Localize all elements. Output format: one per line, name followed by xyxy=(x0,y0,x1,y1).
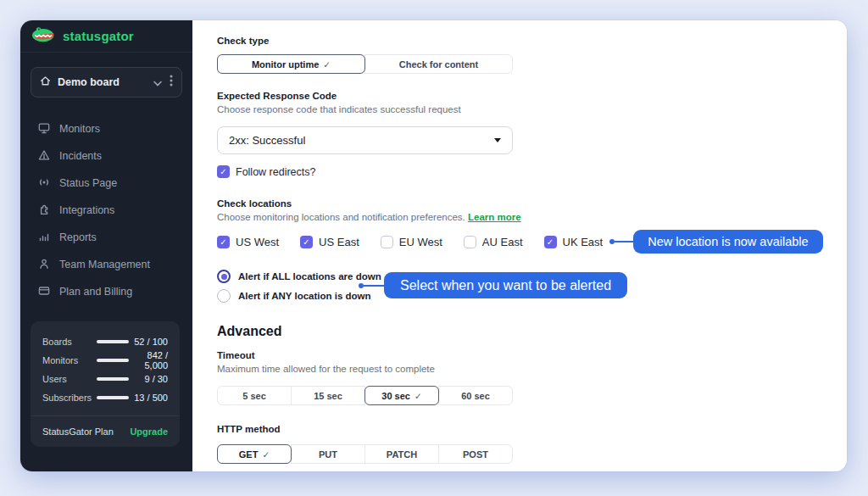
home-icon xyxy=(40,75,51,90)
button-label: Check for content xyxy=(399,59,479,70)
usage-progress-bar xyxy=(97,377,129,381)
location-uk-east: ✓ UK East xyxy=(544,236,604,248)
location-label: US West xyxy=(236,236,279,248)
usage-progress-bar xyxy=(97,396,129,399)
expected-response-code-description: Choose response code that indicates succ… xyxy=(217,104,847,114)
alert-any-radio[interactable] xyxy=(217,289,231,303)
advanced-section-title: Advanced xyxy=(217,324,847,339)
warning-triangle-icon xyxy=(38,149,50,164)
monitor-uptime-button[interactable]: Monitor uptime ✓ xyxy=(217,54,365,74)
usage-row-boards: Boards 52 / 100 xyxy=(42,332,168,351)
usage-value: 9 / 30 xyxy=(129,374,168,384)
check-for-content-button[interactable]: Check for content xyxy=(364,54,513,74)
learn-more-link[interactable]: Learn more xyxy=(468,212,521,222)
sidebar-item-label: Integrations xyxy=(59,204,114,216)
usage-panel: Boards 52 / 100 Monitors 842 / 5,000 Use… xyxy=(31,321,180,447)
eu-west-checkbox[interactable] xyxy=(381,236,393,248)
alert-mode-tooltip: Select when you want to be alerted xyxy=(384,272,627,298)
alert-mode-callout: Select when you want to be alerted xyxy=(359,272,627,298)
button-label: 60 sec xyxy=(461,391,490,401)
us-west-checkbox[interactable]: ✓ xyxy=(217,236,230,248)
http-post-button[interactable]: POST xyxy=(438,444,513,464)
callout-line xyxy=(364,285,384,287)
check-type-label: Check type xyxy=(217,36,847,46)
location-label: EU West xyxy=(399,236,442,248)
alert-mode-group: Alert if ALL locations are down Alert if… xyxy=(217,270,641,303)
locations-row: ✓ US West ✓ US East EU West AU East ✓ UK… xyxy=(217,230,847,254)
button-label: GET xyxy=(239,449,259,460)
check-icon: ✓ xyxy=(220,237,226,247)
timeout-60sec-button[interactable]: 60 sec xyxy=(438,386,513,405)
timeout-description: Maximum time allowed for the request to … xyxy=(217,364,847,374)
location-label: US East xyxy=(319,236,359,248)
usage-value: 13 / 500 xyxy=(129,393,168,403)
board-selector-label: Demo board xyxy=(58,76,147,88)
http-patch-button[interactable]: PATCH xyxy=(364,444,439,464)
callout-line xyxy=(615,241,633,242)
kebab-menu-icon[interactable] xyxy=(170,75,173,90)
caret-down-icon xyxy=(494,138,501,142)
upgrade-link[interactable]: Upgrade xyxy=(114,426,168,437)
timeout-15sec-button[interactable]: 15 sec xyxy=(291,386,365,405)
monitor-icon xyxy=(38,122,50,137)
broadcast-icon xyxy=(38,176,50,191)
us-east-checkbox[interactable]: ✓ xyxy=(300,236,313,248)
statusgator-gator-icon xyxy=(31,26,56,47)
sidebar-item-reports[interactable]: Reports xyxy=(20,224,192,251)
location-au-east: AU East xyxy=(464,236,523,248)
follow-redirects-checkbox[interactable]: ✓ xyxy=(217,165,230,178)
sidebar-item-integrations[interactable]: Integrations xyxy=(20,197,192,224)
usage-value: 52 / 100 xyxy=(129,337,168,347)
timeout-30sec-button[interactable]: 30 sec ✓ xyxy=(364,386,439,405)
timeout-label: Timeout xyxy=(217,350,847,360)
bar-chart-icon xyxy=(38,231,50,245)
settings-panel: Check type Monitor uptime ✓ Check for co… xyxy=(192,20,847,471)
check-icon: ✓ xyxy=(303,237,309,247)
chevron-down-icon[interactable] xyxy=(153,75,162,90)
person-icon xyxy=(38,258,50,272)
sidebar-item-label: Monitors xyxy=(59,123,100,135)
uk-east-checkbox[interactable]: ✓ xyxy=(544,236,557,248)
sidebar-item-status-page[interactable]: Status Page xyxy=(20,170,192,197)
check-icon: ✓ xyxy=(547,237,554,247)
expected-response-code-label: Expected Response Code xyxy=(217,91,847,101)
timeout-5sec-button[interactable]: 5 sec xyxy=(217,386,292,405)
sidebar-nav: Monitors Incidents Status Page xyxy=(20,115,192,305)
http-get-button[interactable]: GET ✓ xyxy=(217,444,292,464)
sidebar-item-label: Reports xyxy=(59,231,97,243)
usage-progress-bar xyxy=(97,340,129,343)
timeout-group: 5 sec 15 sec 30 sec ✓ 60 sec xyxy=(217,386,513,405)
response-code-select[interactable]: 2xx: Successful xyxy=(217,126,513,154)
usage-label: Boards xyxy=(42,337,97,347)
button-label: 5 sec xyxy=(242,391,266,401)
button-label: POST xyxy=(463,449,488,460)
alert-all-radio[interactable] xyxy=(217,270,231,283)
location-us-east: ✓ US East xyxy=(300,236,359,248)
brand-name: statusgator xyxy=(63,29,134,43)
au-east-checkbox[interactable] xyxy=(464,236,476,248)
sidebar-item-plan-and-billing[interactable]: Plan and Billing xyxy=(20,278,192,305)
http-put-button[interactable]: PUT xyxy=(291,444,365,464)
radio-label: Alert if ANY location is down xyxy=(238,291,371,301)
location-eu-west: EU West xyxy=(381,236,442,248)
sidebar-item-monitors[interactable]: Monitors xyxy=(20,115,192,142)
board-selector[interactable]: Demo board xyxy=(31,67,182,98)
sidebar-item-team-management[interactable]: Team Management xyxy=(20,251,192,278)
button-label: 30 sec xyxy=(381,391,410,401)
usage-row-monitors: Monitors 842 / 5,000 xyxy=(42,351,168,370)
sidebar-item-label: Status Page xyxy=(59,177,117,189)
button-label: PATCH xyxy=(387,449,417,460)
http-method-group: GET ✓ PUT PATCH POST xyxy=(217,444,513,464)
location-us-west: ✓ US West xyxy=(217,236,279,248)
check-locations-description: Choose monitoring locations and notifica… xyxy=(217,212,847,222)
credit-card-icon xyxy=(38,285,50,299)
location-label: UK East xyxy=(563,236,604,248)
follow-redirects-row: ✓ Follow redirects? xyxy=(217,165,847,178)
usage-label: Subscribers xyxy=(42,393,97,403)
follow-redirects-label: Follow redirects? xyxy=(236,166,315,178)
app-window: statusgator Demo board xyxy=(20,20,847,471)
sidebar-item-label: Incidents xyxy=(59,150,102,162)
sidebar-item-incidents[interactable]: Incidents xyxy=(20,142,192,170)
new-location-tooltip: New location is now available xyxy=(633,230,822,254)
sidebar: statusgator Demo board xyxy=(20,20,192,471)
